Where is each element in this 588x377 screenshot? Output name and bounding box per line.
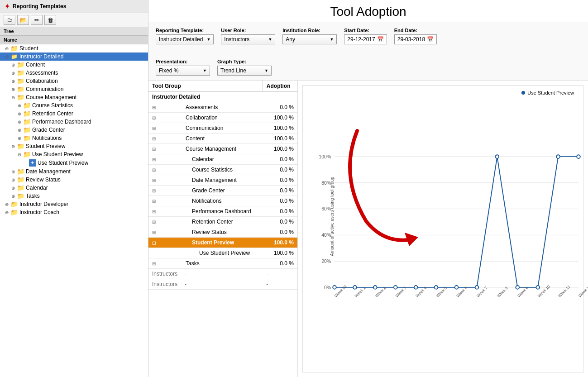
tree-item-collaboration[interactable]: ⊕ 📁 Collaboration (0, 77, 148, 85)
tree-item-tasks[interactable]: ⊕ 📁 Tasks (0, 192, 148, 200)
graph-type-select[interactable]: Trend Line ▼ (217, 66, 272, 76)
tree-item-student[interactable]: ⊕ 📁 Student (0, 44, 148, 52)
tree-item-communication[interactable]: ⊕ 📁 Communication (0, 85, 148, 93)
expand-icon[interactable]: ⊕ (4, 209, 10, 215)
toolbar: 🗂 📂 ✏ 🗑 (0, 13, 148, 27)
star-icon: ✦ (5, 3, 10, 10)
row-label: Course Statistics (181, 165, 263, 175)
open-folder-btn[interactable]: 📂 (17, 15, 29, 25)
expand-icon[interactable]: ⊕ (10, 168, 16, 175)
tree-item-course-stats[interactable]: ⊕ 📁 Course Statistics (0, 101, 148, 110)
expand-icon[interactable]: ⊕ (16, 127, 23, 133)
name-header: Name (0, 36, 148, 44)
tree-item-instructor-coach[interactable]: ⊕ 📁 Instructor Coach (0, 208, 148, 216)
item-label: Use Student Preview (32, 151, 83, 157)
expand-icon[interactable]: ⊕ (16, 135, 23, 141)
adoption-value: 100.0 % (263, 134, 297, 144)
svg-point-22 (536, 286, 540, 289)
tree-item-use-student-preview-parent[interactable]: ⊖ 📁 Use Student Preview (0, 150, 148, 158)
expand-icon[interactable]: ⊕ (4, 201, 10, 207)
adoption-value: 0.0 % (263, 175, 297, 186)
institution-role-select[interactable]: Any ▼ (282, 34, 337, 44)
expand-cell[interactable]: ⊞ (148, 227, 181, 238)
expand-icon[interactable]: ⊕ (10, 70, 16, 76)
presentation-select[interactable]: Fixed % ▼ (156, 66, 210, 76)
svg-text:0%: 0% (324, 285, 331, 290)
tree-item-retention-center[interactable]: ⊕ 📁 Retention Center (0, 110, 148, 118)
expand-icon[interactable]: ⊖ (10, 143, 16, 149)
reporting-template-select[interactable]: Instructor Detailed ▼ (156, 34, 214, 44)
calendar-icon[interactable]: 📅 (377, 36, 384, 43)
expand-cell[interactable]: ⊞ (148, 123, 181, 134)
expand-cell[interactable]: ◻ (148, 238, 181, 248)
adoption-value: 100.0 % (263, 113, 297, 123)
tree-item-course-mgmt[interactable]: ⊖ 📁 Course Management (0, 93, 148, 101)
bottom-col3: - (263, 269, 297, 279)
tree-content[interactable]: ⊕ 📁 Student ⊖ 📁 Instructor Detailed ⊕ 📁 … (0, 44, 148, 377)
user-role-group: User Role: Instructors ▼ (221, 28, 275, 44)
folder-icon: 📁 (23, 135, 31, 141)
tree-item-content[interactable]: ⊕ 📁 Content (0, 61, 148, 69)
graph-type-label: Graph Type: (217, 59, 272, 64)
expand-icon[interactable]: ⊕ (10, 177, 16, 183)
new-folder-btn[interactable]: 🗂 (4, 15, 15, 25)
tree-item-performance-dash[interactable]: ⊕ 📁 Performance Dashboard (0, 118, 148, 126)
expand-cell[interactable]: ⊞ (148, 134, 181, 144)
tree-item-date-mgmt[interactable]: ⊕ 📁 Date Management (0, 167, 148, 176)
tree-item-instructor-developer[interactable]: ⊕ 📁 Instructor Developer (0, 200, 148, 208)
tree-item-assessments[interactable]: ⊕ 📁 Assessments (0, 69, 148, 77)
expand-cell[interactable]: ⊞ (148, 175, 181, 186)
expand-icon[interactable]: ⊕ (10, 62, 16, 68)
tree-item-instructor-detailed[interactable]: ⊖ 📁 Instructor Detailed (0, 52, 148, 61)
expand-cell[interactable]: ⊟ (148, 144, 181, 154)
expand-cell[interactable]: ⊞ (148, 165, 181, 175)
expand-icon[interactable]: ⊖ (16, 151, 23, 157)
table-row-bottom: Instructors - - (148, 279, 297, 290)
row-label: Retention Center (181, 217, 263, 227)
delete-btn[interactable]: 🗑 (44, 15, 56, 25)
tree-item-use-student-preview-tool[interactable]: ⊕ + Use Student Preview (0, 158, 148, 167)
expand-icon[interactable]: ⊕ (10, 193, 16, 199)
svg-point-18 (455, 286, 459, 289)
table-row: ⊞ Tasks 0.0 % (148, 258, 297, 269)
expand-icon[interactable]: ⊕ (10, 185, 16, 191)
expand-cell[interactable]: ⊞ (148, 102, 181, 113)
expand-cell[interactable]: ⊞ (148, 196, 181, 206)
end-date-input[interactable]: 29-03-2018 📅 (394, 34, 437, 44)
item-label: Date Management (26, 168, 71, 175)
tree-item-notifications[interactable]: ⊕ 📁 Notifications (0, 134, 148, 142)
expand-icon[interactable]: ⊕ (16, 102, 23, 109)
expand-cell[interactable]: ⊞ (148, 186, 181, 196)
table-row: ⊞ Communication 100.0 % (148, 123, 297, 134)
end-date-value: 29-03-2018 (397, 36, 425, 43)
table-row: ⊞ Assessments 0.0 % (148, 102, 297, 113)
start-date-input[interactable]: 29-12-2017 📅 (344, 34, 387, 44)
expand-icon[interactable]: ⊕ (10, 86, 16, 92)
expand-icon[interactable]: ⊕ (16, 110, 23, 117)
row-label: Calendar (181, 154, 263, 165)
tree-item-grade-center[interactable]: ⊕ 📁 Grade Center (0, 126, 148, 134)
expand-cell[interactable]: ⊞ (148, 154, 181, 165)
expand-icon[interactable]: ⊖ (4, 53, 10, 60)
end-date-label: End Date: (394, 28, 437, 33)
tree-item-review-status[interactable]: ⊕ 📁 Review Status (0, 176, 148, 184)
expand-icon[interactable]: ⊕ (16, 119, 23, 125)
expand-cell[interactable]: ⊞ (148, 258, 181, 269)
chart-legend: Use Student Preview (521, 90, 574, 95)
row-label: Content (181, 134, 263, 144)
expand-icon[interactable]: ⊕ (10, 78, 16, 84)
tree-item-student-preview[interactable]: ⊖ 📁 Student Preview (0, 142, 148, 150)
expand-cell[interactable]: ⊞ (148, 217, 181, 227)
expand-cell[interactable]: ⊞ (148, 113, 181, 123)
data-table: Tool Group Adoption Instructor Detailed … (148, 81, 297, 290)
expand-cell (148, 248, 181, 258)
dropdown-arrow: ▼ (264, 68, 268, 73)
expand-icon[interactable]: ⊕ (4, 45, 10, 52)
expand-cell[interactable]: ⊞ (148, 206, 181, 217)
item-label: Grade Center (32, 127, 65, 133)
edit-btn[interactable]: ✏ (31, 15, 43, 25)
tree-item-calendar[interactable]: ⊕ 📁 Calendar (0, 184, 148, 192)
user-role-select[interactable]: Instructors ▼ (221, 34, 275, 44)
expand-icon[interactable]: ⊖ (10, 94, 16, 100)
calendar-icon[interactable]: 📅 (427, 36, 434, 43)
